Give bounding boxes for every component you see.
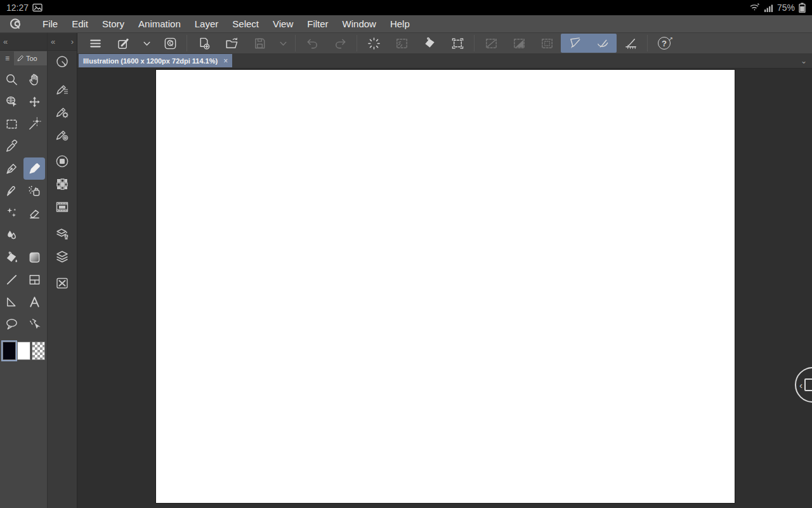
open-file-icon[interactable]	[218, 34, 246, 53]
clip-studio-paint-logo-icon[interactable]	[6, 17, 25, 32]
battery-icon	[799, 3, 806, 13]
left-sidebar: « ≡ Too	[0, 33, 77, 508]
redo-icon	[326, 34, 354, 53]
tool-zoom[interactable]	[1, 69, 22, 91]
pen-settings-icon[interactable]	[109, 34, 137, 53]
save-icon	[246, 34, 273, 53]
menu-edit[interactable]: Edit	[65, 15, 95, 32]
tab-overflow-chevron-icon[interactable]: ⌄	[801, 57, 807, 65]
material-icon[interactable]	[51, 272, 74, 295]
drawing-canvas[interactable]	[156, 70, 735, 503]
menu-filter[interactable]: Filter	[300, 15, 335, 32]
wifi-icon	[749, 3, 761, 12]
tool-text[interactable]	[23, 291, 45, 313]
menu-select[interactable]: Select	[225, 15, 266, 32]
menu-window[interactable]: Window	[336, 15, 383, 32]
photo-notification-icon	[32, 3, 43, 12]
document-tab-label: Illustration (1600 x 1200px 72dpi 114.1%…	[83, 57, 218, 65]
fill-icon[interactable]	[416, 34, 443, 53]
help-arrow-glyph: ↗	[668, 36, 673, 42]
invert-selection-icon	[505, 34, 533, 53]
snap-to-grid-icon[interactable]	[617, 34, 645, 53]
layer-property-icon[interactable]	[51, 222, 74, 245]
tool-eraser[interactable]	[23, 202, 45, 224]
collapse-dock-icon[interactable]: «	[48, 37, 58, 46]
main-menu-icon[interactable]	[81, 34, 109, 53]
tool-pen[interactable]	[1, 157, 22, 180]
tool-gradient[interactable]	[23, 246, 45, 269]
tool-figure[interactable]	[1, 269, 22, 291]
main-color-swatch[interactable]	[3, 342, 16, 360]
menu-view[interactable]: View	[266, 15, 300, 32]
tool-palette-tab[interactable]: Too	[14, 51, 47, 65]
tool-layer-move[interactable]	[23, 91, 45, 113]
palette-dock: « ›	[48, 33, 77, 508]
save-chevron-icon	[273, 34, 292, 53]
deselect-icon	[477, 34, 505, 53]
tool-empty-2	[23, 224, 45, 246]
question-glyph: ?	[662, 39, 667, 48]
layers-icon[interactable]	[51, 245, 74, 268]
tool-palette: « ≡ Too	[0, 33, 48, 508]
snap-to-ruler-icon[interactable]	[561, 34, 589, 53]
collapse-tool-palette-icon[interactable]: «	[0, 37, 11, 46]
tool-hand[interactable]	[23, 69, 45, 91]
tool-ruler[interactable]	[1, 291, 22, 313]
tool-grid	[0, 66, 47, 335]
separator	[187, 35, 187, 51]
help-tips-icon[interactable]: ? ↗	[650, 34, 678, 53]
status-time: 12:27	[6, 3, 29, 13]
snap-to-special-ruler-icon[interactable]	[589, 34, 617, 53]
tool-fill[interactable]	[1, 246, 22, 269]
tool-empty-1	[23, 135, 45, 157]
tool-airbrush[interactable]	[23, 180, 45, 202]
pencil-icon	[16, 55, 24, 62]
menu-file[interactable]: File	[36, 15, 65, 32]
android-status-bar: 12:27 75%	[0, 0, 812, 15]
pen-settings-chevron-icon[interactable]	[137, 34, 156, 53]
navigator-icon[interactable]	[51, 196, 74, 218]
menu-story[interactable]: Story	[95, 15, 131, 32]
separator	[295, 35, 296, 51]
new-canvas-icon[interactable]	[190, 34, 218, 53]
menu-animation[interactable]: Animation	[131, 15, 188, 32]
tool-pencil[interactable]	[23, 157, 45, 180]
tool-eyedropper[interactable]	[1, 135, 22, 157]
tool-auto-select[interactable]	[23, 113, 45, 135]
tool-selection[interactable]	[1, 113, 22, 135]
open-clip-studio-icon[interactable]	[156, 34, 184, 53]
menu-help[interactable]: Help	[383, 15, 417, 32]
menu-layer[interactable]: Layer	[188, 15, 226, 32]
menu-bar: File Edit Story Animation Layer Select V…	[0, 15, 812, 33]
tool-frame-border[interactable]	[23, 269, 45, 291]
tool-palette-tab-label: Too	[26, 55, 37, 62]
color-set-icon[interactable]	[51, 173, 74, 196]
delete-icon[interactable]	[360, 34, 388, 53]
panel-icon	[804, 378, 812, 391]
tool-decoration[interactable]	[1, 202, 22, 224]
tool-balloon[interactable]	[1, 313, 22, 335]
transparent-color-swatch[interactable]	[32, 342, 45, 360]
signal-bars-icon	[764, 4, 773, 12]
document-tab[interactable]: Illustration (1600 x 1200px 72dpi 114.1%…	[79, 54, 232, 67]
tool-palette-menu-icon[interactable]: ≡	[0, 54, 14, 63]
tool-property-icon[interactable]	[51, 100, 74, 123]
command-bar: ? ↗	[77, 33, 812, 53]
separator	[647, 35, 648, 51]
scale-rotate-icon[interactable]	[443, 34, 471, 53]
expand-dock-icon[interactable]: ›	[68, 37, 77, 46]
close-tab-icon[interactable]: ×	[223, 57, 228, 65]
color-wheel-icon[interactable]	[51, 150, 74, 173]
chevron-left-icon: ‹	[799, 380, 802, 391]
undo-icon	[298, 34, 326, 53]
sub-color-swatch[interactable]	[17, 342, 30, 360]
sub-tool-icon[interactable]	[51, 77, 74, 100]
color-swatches	[0, 342, 47, 360]
tool-brush[interactable]	[1, 180, 22, 202]
quick-access-icon[interactable]	[51, 51, 74, 74]
tool-correct-line[interactable]	[23, 313, 45, 335]
brush-size-icon[interactable]	[51, 123, 74, 146]
tool-operation[interactable]	[1, 91, 22, 113]
tool-blend[interactable]	[1, 224, 22, 246]
palette-drawer-handle[interactable]: ‹	[795, 367, 812, 403]
